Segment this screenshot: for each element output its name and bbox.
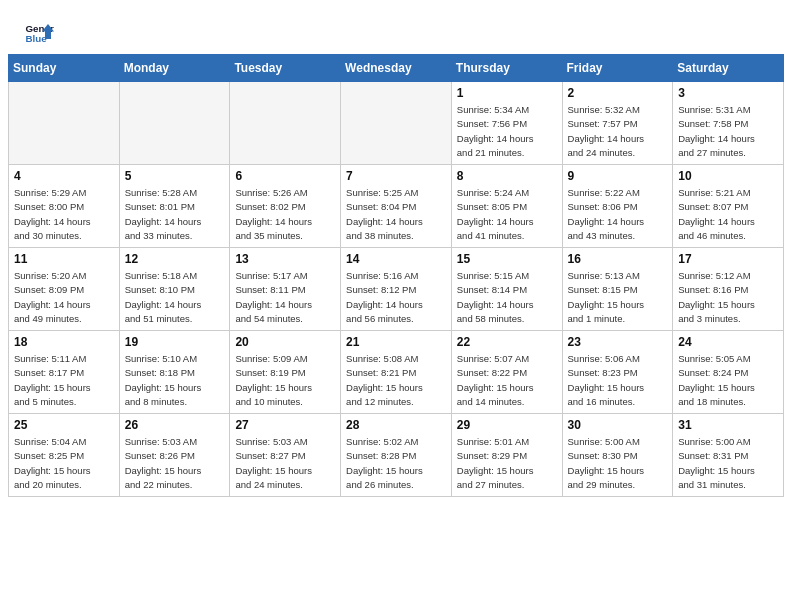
day-info: Sunrise: 5:07 AMSunset: 8:22 PMDaylight:… [457, 352, 557, 409]
day-number: 13 [235, 252, 335, 266]
day-number: 17 [678, 252, 778, 266]
day-number: 19 [125, 335, 225, 349]
day-info: Sunrise: 5:02 AMSunset: 8:28 PMDaylight:… [346, 435, 446, 492]
calendar-cell: 24Sunrise: 5:05 AMSunset: 8:24 PMDayligh… [673, 331, 784, 414]
calendar-cell: 20Sunrise: 5:09 AMSunset: 8:19 PMDayligh… [230, 331, 341, 414]
day-number: 10 [678, 169, 778, 183]
calendar-cell: 7Sunrise: 5:25 AMSunset: 8:04 PMDaylight… [341, 165, 452, 248]
calendar-cell: 22Sunrise: 5:07 AMSunset: 8:22 PMDayligh… [451, 331, 562, 414]
weekday-monday: Monday [119, 55, 230, 82]
calendar-cell: 11Sunrise: 5:20 AMSunset: 8:09 PMDayligh… [9, 248, 120, 331]
calendar-cell [119, 82, 230, 165]
day-number: 27 [235, 418, 335, 432]
day-number: 25 [14, 418, 114, 432]
day-number: 2 [568, 86, 668, 100]
day-info: Sunrise: 5:06 AMSunset: 8:23 PMDaylight:… [568, 352, 668, 409]
day-info: Sunrise: 5:31 AMSunset: 7:58 PMDaylight:… [678, 103, 778, 160]
day-number: 28 [346, 418, 446, 432]
day-number: 9 [568, 169, 668, 183]
calendar-wrapper: SundayMondayTuesdayWednesdayThursdayFrid… [0, 54, 792, 505]
day-number: 12 [125, 252, 225, 266]
calendar-cell: 27Sunrise: 5:03 AMSunset: 8:27 PMDayligh… [230, 414, 341, 497]
calendar-cell: 6Sunrise: 5:26 AMSunset: 8:02 PMDaylight… [230, 165, 341, 248]
day-info: Sunrise: 5:12 AMSunset: 8:16 PMDaylight:… [678, 269, 778, 326]
calendar-cell: 18Sunrise: 5:11 AMSunset: 8:17 PMDayligh… [9, 331, 120, 414]
day-number: 8 [457, 169, 557, 183]
day-info: Sunrise: 5:11 AMSunset: 8:17 PMDaylight:… [14, 352, 114, 409]
day-number: 6 [235, 169, 335, 183]
week-row-3: 11Sunrise: 5:20 AMSunset: 8:09 PMDayligh… [9, 248, 784, 331]
calendar-cell: 1Sunrise: 5:34 AMSunset: 7:56 PMDaylight… [451, 82, 562, 165]
day-info: Sunrise: 5:26 AMSunset: 8:02 PMDaylight:… [235, 186, 335, 243]
day-number: 18 [14, 335, 114, 349]
day-number: 16 [568, 252, 668, 266]
calendar-cell: 14Sunrise: 5:16 AMSunset: 8:12 PMDayligh… [341, 248, 452, 331]
day-info: Sunrise: 5:05 AMSunset: 8:24 PMDaylight:… [678, 352, 778, 409]
day-number: 31 [678, 418, 778, 432]
day-number: 7 [346, 169, 446, 183]
day-info: Sunrise: 5:32 AMSunset: 7:57 PMDaylight:… [568, 103, 668, 160]
calendar-cell: 28Sunrise: 5:02 AMSunset: 8:28 PMDayligh… [341, 414, 452, 497]
calendar-cell: 31Sunrise: 5:00 AMSunset: 8:31 PMDayligh… [673, 414, 784, 497]
day-info: Sunrise: 5:16 AMSunset: 8:12 PMDaylight:… [346, 269, 446, 326]
day-info: Sunrise: 5:00 AMSunset: 8:31 PMDaylight:… [678, 435, 778, 492]
day-number: 15 [457, 252, 557, 266]
calendar-cell: 26Sunrise: 5:03 AMSunset: 8:26 PMDayligh… [119, 414, 230, 497]
weekday-tuesday: Tuesday [230, 55, 341, 82]
day-number: 29 [457, 418, 557, 432]
day-number: 5 [125, 169, 225, 183]
day-number: 23 [568, 335, 668, 349]
week-row-5: 25Sunrise: 5:04 AMSunset: 8:25 PMDayligh… [9, 414, 784, 497]
day-info: Sunrise: 5:22 AMSunset: 8:06 PMDaylight:… [568, 186, 668, 243]
calendar-cell: 15Sunrise: 5:15 AMSunset: 8:14 PMDayligh… [451, 248, 562, 331]
calendar-cell: 23Sunrise: 5:06 AMSunset: 8:23 PMDayligh… [562, 331, 673, 414]
day-info: Sunrise: 5:18 AMSunset: 8:10 PMDaylight:… [125, 269, 225, 326]
day-info: Sunrise: 5:08 AMSunset: 8:21 PMDaylight:… [346, 352, 446, 409]
svg-text:Blue: Blue [26, 33, 48, 44]
header: General Blue [0, 0, 792, 54]
calendar-cell: 19Sunrise: 5:10 AMSunset: 8:18 PMDayligh… [119, 331, 230, 414]
week-row-2: 4Sunrise: 5:29 AMSunset: 8:00 PMDaylight… [9, 165, 784, 248]
calendar-cell: 17Sunrise: 5:12 AMSunset: 8:16 PMDayligh… [673, 248, 784, 331]
weekday-header-row: SundayMondayTuesdayWednesdayThursdayFrid… [9, 55, 784, 82]
day-info: Sunrise: 5:21 AMSunset: 8:07 PMDaylight:… [678, 186, 778, 243]
day-number: 4 [14, 169, 114, 183]
day-info: Sunrise: 5:10 AMSunset: 8:18 PMDaylight:… [125, 352, 225, 409]
day-number: 26 [125, 418, 225, 432]
day-info: Sunrise: 5:03 AMSunset: 8:26 PMDaylight:… [125, 435, 225, 492]
week-row-4: 18Sunrise: 5:11 AMSunset: 8:17 PMDayligh… [9, 331, 784, 414]
day-info: Sunrise: 5:09 AMSunset: 8:19 PMDaylight:… [235, 352, 335, 409]
calendar-cell [230, 82, 341, 165]
calendar-cell [9, 82, 120, 165]
day-info: Sunrise: 5:15 AMSunset: 8:14 PMDaylight:… [457, 269, 557, 326]
calendar-cell: 25Sunrise: 5:04 AMSunset: 8:25 PMDayligh… [9, 414, 120, 497]
weekday-friday: Friday [562, 55, 673, 82]
calendar-cell: 21Sunrise: 5:08 AMSunset: 8:21 PMDayligh… [341, 331, 452, 414]
day-number: 24 [678, 335, 778, 349]
logo: General Blue [24, 18, 54, 48]
day-info: Sunrise: 5:25 AMSunset: 8:04 PMDaylight:… [346, 186, 446, 243]
calendar-cell [341, 82, 452, 165]
calendar-cell: 4Sunrise: 5:29 AMSunset: 8:00 PMDaylight… [9, 165, 120, 248]
weekday-thursday: Thursday [451, 55, 562, 82]
day-info: Sunrise: 5:13 AMSunset: 8:15 PMDaylight:… [568, 269, 668, 326]
day-number: 22 [457, 335, 557, 349]
weekday-sunday: Sunday [9, 55, 120, 82]
day-info: Sunrise: 5:34 AMSunset: 7:56 PMDaylight:… [457, 103, 557, 160]
day-number: 21 [346, 335, 446, 349]
day-number: 14 [346, 252, 446, 266]
calendar-cell: 9Sunrise: 5:22 AMSunset: 8:06 PMDaylight… [562, 165, 673, 248]
day-info: Sunrise: 5:29 AMSunset: 8:00 PMDaylight:… [14, 186, 114, 243]
day-info: Sunrise: 5:28 AMSunset: 8:01 PMDaylight:… [125, 186, 225, 243]
day-number: 20 [235, 335, 335, 349]
day-number: 1 [457, 86, 557, 100]
calendar-cell: 13Sunrise: 5:17 AMSunset: 8:11 PMDayligh… [230, 248, 341, 331]
day-info: Sunrise: 5:03 AMSunset: 8:27 PMDaylight:… [235, 435, 335, 492]
calendar-cell: 10Sunrise: 5:21 AMSunset: 8:07 PMDayligh… [673, 165, 784, 248]
calendar-cell: 29Sunrise: 5:01 AMSunset: 8:29 PMDayligh… [451, 414, 562, 497]
day-info: Sunrise: 5:01 AMSunset: 8:29 PMDaylight:… [457, 435, 557, 492]
calendar-cell: 30Sunrise: 5:00 AMSunset: 8:30 PMDayligh… [562, 414, 673, 497]
day-info: Sunrise: 5:24 AMSunset: 8:05 PMDaylight:… [457, 186, 557, 243]
day-info: Sunrise: 5:00 AMSunset: 8:30 PMDaylight:… [568, 435, 668, 492]
calendar-cell: 8Sunrise: 5:24 AMSunset: 8:05 PMDaylight… [451, 165, 562, 248]
